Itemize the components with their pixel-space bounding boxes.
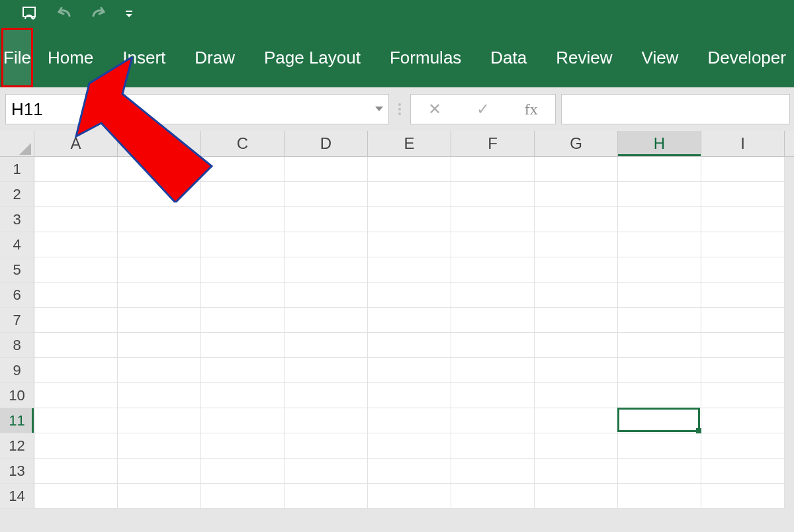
cell[interactable] — [618, 182, 701, 207]
tab-developer[interactable]: Developer — [693, 28, 794, 87]
cell[interactable] — [118, 182, 201, 207]
cell[interactable] — [118, 433, 201, 459]
cell[interactable] — [451, 459, 535, 484]
cell[interactable] — [201, 408, 285, 433]
cell[interactable] — [701, 433, 785, 459]
cell[interactable] — [34, 484, 118, 509]
cell[interactable] — [701, 232, 785, 257]
cell[interactable] — [201, 358, 285, 383]
undo-icon[interactable] — [54, 4, 74, 24]
column-header[interactable]: D — [285, 131, 368, 156]
cell[interactable] — [34, 232, 118, 257]
cell[interactable] — [34, 257, 118, 283]
cell[interactable] — [285, 207, 368, 232]
cell[interactable] — [118, 484, 201, 509]
cell[interactable] — [451, 308, 535, 333]
cell[interactable] — [368, 433, 451, 459]
cell[interactable] — [701, 182, 785, 207]
cell[interactable] — [118, 459, 201, 484]
cell[interactable] — [368, 333, 451, 358]
cell[interactable] — [451, 358, 535, 383]
row-header[interactable]: 5 — [0, 257, 34, 283]
row-header[interactable]: 6 — [0, 283, 34, 308]
cell[interactable] — [618, 207, 701, 232]
cell[interactable] — [201, 333, 285, 358]
cell[interactable] — [451, 408, 535, 433]
column-header[interactable]: B — [118, 131, 201, 156]
cell[interactable] — [618, 232, 701, 257]
cell[interactable] — [34, 433, 118, 459]
cell[interactable] — [368, 358, 451, 383]
column-header[interactable]: I — [701, 131, 785, 156]
cell[interactable] — [285, 358, 368, 383]
cell[interactable] — [201, 182, 285, 207]
column-header[interactable]: A — [34, 131, 118, 156]
cell[interactable] — [368, 383, 451, 408]
cell[interactable] — [118, 232, 201, 257]
cell[interactable] — [368, 207, 451, 232]
cell[interactable] — [201, 433, 285, 459]
cell[interactable] — [368, 232, 451, 257]
cell[interactable] — [201, 283, 285, 308]
cell[interactable] — [535, 257, 618, 283]
cell[interactable] — [34, 358, 118, 383]
cell[interactable] — [535, 283, 618, 308]
tab-data[interactable]: Data — [476, 28, 541, 87]
column-header[interactable]: E — [368, 131, 451, 156]
cell[interactable] — [118, 383, 201, 408]
formula-bar-splitter[interactable] — [394, 103, 405, 115]
cell[interactable] — [701, 283, 785, 308]
cell[interactable] — [368, 283, 451, 308]
cell[interactable] — [285, 308, 368, 333]
cell[interactable] — [118, 408, 201, 433]
cell[interactable] — [201, 459, 285, 484]
cell[interactable] — [201, 157, 285, 182]
column-header[interactable]: F — [451, 131, 535, 156]
column-header[interactable]: G — [535, 131, 618, 156]
cell[interactable] — [201, 257, 285, 283]
cell[interactable] — [368, 408, 451, 433]
row-header[interactable]: 12 — [0, 433, 34, 459]
tab-formulas[interactable]: Formulas — [375, 28, 476, 87]
cell[interactable] — [618, 433, 701, 459]
cell[interactable] — [34, 157, 118, 182]
formula-input[interactable] — [561, 94, 790, 124]
cell[interactable] — [201, 484, 285, 509]
cell[interactable] — [451, 333, 535, 358]
cell[interactable] — [701, 408, 785, 433]
cell[interactable] — [535, 232, 618, 257]
column-header[interactable]: C — [201, 131, 285, 156]
cell[interactable] — [34, 207, 118, 232]
redo-icon[interactable] — [89, 4, 109, 24]
cancel-button[interactable]: ✕ — [428, 100, 441, 118]
cell[interactable] — [118, 257, 201, 283]
cell[interactable] — [34, 408, 118, 433]
cell[interactable] — [34, 383, 118, 408]
cell[interactable] — [701, 157, 785, 182]
cell[interactable] — [618, 157, 701, 182]
row-header[interactable]: 14 — [0, 484, 34, 509]
cell[interactable] — [34, 182, 118, 207]
cell[interactable] — [368, 484, 451, 509]
cell[interactable] — [701, 333, 785, 358]
cell[interactable] — [535, 408, 618, 433]
cell[interactable] — [201, 383, 285, 408]
cell[interactable] — [701, 383, 785, 408]
cell[interactable] — [285, 157, 368, 182]
cell[interactable] — [451, 157, 535, 182]
cell[interactable] — [118, 157, 201, 182]
cell[interactable] — [201, 207, 285, 232]
tab-insert[interactable]: Insert — [108, 28, 180, 87]
cell[interactable] — [535, 207, 618, 232]
cell[interactable] — [451, 182, 535, 207]
tab-draw[interactable]: Draw — [180, 28, 249, 87]
row-header[interactable]: 10 — [0, 383, 34, 408]
cell[interactable] — [285, 182, 368, 207]
cell[interactable] — [701, 207, 785, 232]
cell[interactable] — [201, 308, 285, 333]
cell[interactable] — [285, 232, 368, 257]
cell[interactable] — [451, 283, 535, 308]
row-header[interactable]: 2 — [0, 182, 34, 207]
row-header[interactable]: 7 — [0, 308, 34, 333]
cell[interactable] — [368, 459, 451, 484]
